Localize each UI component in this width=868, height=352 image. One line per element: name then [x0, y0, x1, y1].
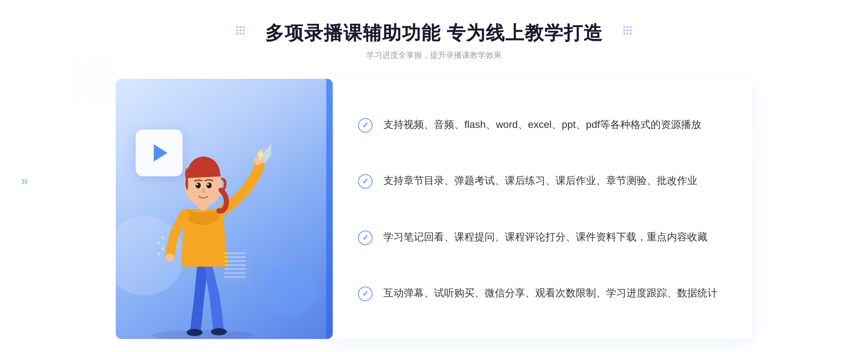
check-icon-1: ✓ — [358, 118, 373, 133]
page-container: » 多项录播课辅助功能 专为线上教学打造 学习进度全掌握，提升录播课教学效果 — [0, 0, 868, 352]
header-dots-left — [236, 26, 245, 35]
svg-point-14 — [161, 247, 164, 250]
check-icon-2: ✓ — [358, 174, 373, 189]
check-mark-4: ✓ — [362, 290, 369, 298]
check-mark-1: ✓ — [362, 121, 369, 129]
content-area: ✓ 支持视频、音频、flash、word、excel、ppt、pdf等各种格式的… — [116, 79, 752, 339]
svg-point-2 — [211, 328, 227, 335]
check-circle-2: ✓ — [358, 174, 373, 189]
svg-point-7 — [196, 183, 201, 188]
svg-point-12 — [161, 236, 164, 239]
feature-text-4: 互动弹幕、试听购买、微信分享、观看次数限制、学习进度跟踪、数据统计 — [383, 285, 718, 301]
header-dots-right — [623, 26, 632, 35]
feature-text-3: 学习笔记回看、课程提问、课程评论打分、课件资料下载，重点内容收藏 — [383, 229, 707, 245]
circle-decoration-2 — [264, 263, 318, 317]
svg-point-8 — [207, 183, 212, 188]
svg-point-1 — [187, 329, 203, 336]
check-circle-4: ✓ — [358, 287, 373, 301]
check-circle-1: ✓ — [358, 118, 373, 133]
check-mark-3: ✓ — [362, 234, 369, 242]
right-content-panel: ✓ 支持视频、音频、flash、word、excel、ppt、pdf等各种格式的… — [333, 79, 752, 339]
feature-text-1: 支持视频、音频、flash、word、excel、ppt、pdf等各种格式的资源… — [383, 117, 701, 133]
dot-grid-icon-right — [623, 26, 632, 35]
feature-item-2: ✓ 支持章节目录、弹题考试、课后练习、课后作业、章节测验、批改作业 — [358, 162, 727, 200]
stripes-decoration — [224, 252, 246, 285]
feature-item-1: ✓ 支持视频、音频、flash、word、excel、ppt、pdf等各种格式的… — [358, 106, 727, 144]
main-title: 多项录播课辅助功能 专为线上教学打造 — [265, 22, 603, 44]
svg-point-11 — [258, 151, 263, 157]
svg-point-0 — [152, 330, 253, 339]
check-icon-4: ✓ — [358, 287, 373, 301]
check-icon-3: ✓ — [358, 231, 373, 245]
sub-title: 学习进度全掌握，提升录播课教学效果 — [265, 50, 603, 61]
svg-point-10 — [207, 184, 209, 185]
person-illustration — [134, 129, 271, 339]
bg-dots-left — [71, 58, 114, 101]
svg-point-4 — [166, 253, 174, 262]
check-mark-2: ✓ — [362, 177, 369, 185]
header-section: 多项录播课辅助功能 专为线上教学打造 学习进度全掌握，提升录播课教学效果 — [265, 22, 603, 61]
feature-item-4: ✓ 互动弹幕、试听购买、微信分享、观看次数限制、学习进度跟踪、数据统计 — [358, 274, 727, 312]
feature-text-2: 支持章节目录、弹题考试、课后练习、课后作业、章节测验、批改作业 — [383, 173, 697, 189]
left-image-area — [116, 79, 333, 339]
chevron-left-decoration: » — [21, 173, 28, 189]
check-circle-3: ✓ — [358, 231, 373, 245]
svg-point-9 — [196, 184, 198, 185]
feature-item-3: ✓ 学习笔记回看、课程提问、课程评论打分、课件资料下载，重点内容收藏 — [358, 218, 727, 257]
dot-grid-icon-left — [236, 26, 245, 35]
svg-point-15 — [157, 253, 160, 256]
blue-bar — [326, 79, 333, 339]
svg-point-13 — [157, 242, 160, 245]
